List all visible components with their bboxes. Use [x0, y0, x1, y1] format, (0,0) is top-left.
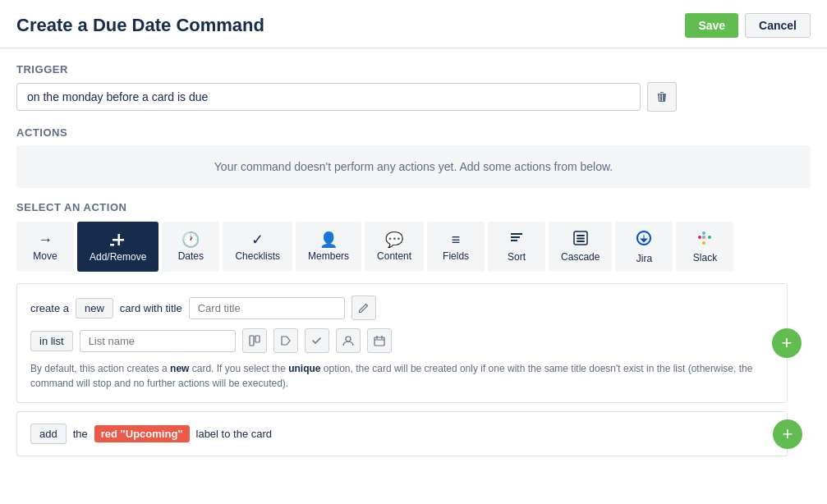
tab-move-label: Move — [33, 250, 57, 262]
create-a-text: create a — [30, 302, 69, 314]
add-action-1-button[interactable]: + — [772, 328, 802, 358]
svg-rect-10 — [698, 236, 701, 239]
trigger-section-label: Trigger — [16, 63, 811, 76]
edit-card-title-button[interactable] — [351, 296, 376, 320]
add-token[interactable]: add — [30, 424, 67, 444]
svg-rect-9 — [577, 241, 585, 242]
empty-actions-message: Your command doesn't perform any actions… — [16, 145, 811, 188]
tab-slack-label: Slack — [693, 252, 717, 263]
label-badge[interactable]: red "Upcoming" — [94, 425, 190, 442]
checklist-button[interactable] — [305, 328, 329, 353]
action-card-1-row1: create a new card with title — [30, 296, 774, 320]
tab-cascade[interactable]: Cascade — [549, 222, 612, 272]
label-icon — [280, 335, 292, 346]
cancel-button[interactable]: Cancel — [745, 13, 811, 38]
tab-add-remove[interactable]: Add/Remove — [77, 222, 159, 272]
jira-svg — [635, 229, 653, 247]
trigger-input[interactable] — [16, 83, 641, 111]
edit-icon — [358, 303, 369, 314]
cascade-icon — [573, 231, 588, 248]
sort-icon — [509, 231, 524, 248]
svg-point-17 — [346, 337, 351, 341]
tab-checklists[interactable]: ✓ Checklists — [223, 222, 292, 272]
in-list-token[interactable]: in list — [30, 331, 73, 351]
label-button[interactable] — [273, 328, 298, 353]
dates-icon: 🕐 — [181, 232, 200, 247]
tab-move[interactable]: → Move — [16, 222, 74, 272]
sort-svg — [509, 231, 524, 245]
svg-rect-1 — [117, 234, 120, 245]
action-card-1-desc: By default, this action creates a new ca… — [30, 361, 774, 391]
tab-fields[interactable]: ≡ Fields — [427, 222, 485, 272]
svg-rect-7 — [577, 235, 585, 236]
content-area: Trigger Actions Your command doesn't per… — [0, 48, 827, 471]
add-remove-svg — [109, 231, 127, 248]
calendar-icon — [374, 335, 385, 346]
header: Create a Due Date Command Save Cancel — [0, 0, 827, 48]
cascade-svg — [573, 231, 588, 245]
slack-svg — [696, 230, 713, 246]
tab-jira[interactable]: Jira — [615, 222, 673, 272]
tab-sort[interactable]: Sort — [488, 222, 545, 272]
new-token[interactable]: new — [76, 298, 113, 318]
svg-rect-18 — [374, 337, 384, 346]
label-to-card-text: label to the card — [196, 428, 273, 440]
header-buttons: Save Cancel — [685, 13, 811, 38]
action-card-2: add the red "Upcoming" label to the card — [16, 411, 788, 456]
list-name-input[interactable] — [80, 330, 236, 352]
save-button[interactable]: Save — [685, 13, 738, 38]
svg-rect-12 — [708, 236, 711, 239]
checklist-icon — [311, 335, 323, 346]
member-button[interactable] — [336, 328, 361, 353]
select-action-label: Select an Action — [16, 201, 811, 213]
svg-rect-13 — [702, 241, 705, 245]
trash-icon — [655, 90, 668, 103]
tab-content-label: Content — [377, 250, 411, 262]
fields-icon: ≡ — [452, 232, 461, 247]
members-icon: 👤 — [319, 232, 338, 247]
svg-rect-14 — [702, 236, 705, 239]
delete-trigger-button[interactable] — [647, 82, 677, 112]
tab-slack[interactable]: Slack — [676, 222, 733, 272]
svg-rect-8 — [577, 238, 585, 240]
tab-members-label: Members — [308, 250, 349, 262]
board-view-button[interactable] — [242, 328, 267, 353]
tab-content[interactable]: 💬 Content — [365, 222, 424, 272]
tab-jira-label: Jira — [636, 253, 652, 264]
card-with-title-text: card with title — [120, 302, 182, 314]
actions-section-label: Actions — [16, 126, 811, 139]
tab-checklists-label: Checklists — [235, 250, 280, 262]
content-icon: 💬 — [385, 232, 403, 247]
page-title: Create a Due Date Command — [16, 15, 264, 36]
tab-dates[interactable]: 🕐 Dates — [162, 222, 219, 272]
tab-sort-label: Sort — [508, 251, 526, 263]
svg-rect-16 — [255, 336, 260, 342]
add-action-2-button[interactable]: + — [773, 419, 802, 449]
tab-members[interactable]: 👤 Members — [296, 222, 361, 272]
svg-rect-11 — [702, 231, 705, 235]
date-button[interactable] — [367, 328, 392, 353]
tab-dates-label: Dates — [178, 250, 204, 262]
actions-section: Actions Your command doesn't perform any… — [16, 126, 811, 188]
card-title-input[interactable] — [189, 297, 345, 319]
svg-rect-2 — [110, 244, 114, 246]
tab-add-remove-label: Add/Remove — [90, 251, 146, 263]
action-tabs: → Move Add/Remove 🕐 Dates ✓ Checklists — [16, 222, 811, 272]
tab-fields-label: Fields — [443, 250, 469, 262]
svg-rect-15 — [250, 336, 254, 346]
action-card-1-row2: in list — [30, 328, 774, 353]
move-icon: → — [38, 232, 53, 247]
checklists-icon: ✓ — [251, 232, 264, 247]
tab-cascade-label: Cascade — [561, 251, 600, 263]
add-remove-icon — [109, 231, 127, 248]
action-card-1: create a new card with title in list — [16, 283, 788, 403]
slack-icon — [696, 230, 713, 249]
board-icon — [249, 335, 260, 346]
member-icon — [342, 335, 354, 346]
trigger-row — [16, 82, 811, 112]
the-text: the — [73, 428, 88, 440]
jira-icon — [635, 229, 653, 250]
